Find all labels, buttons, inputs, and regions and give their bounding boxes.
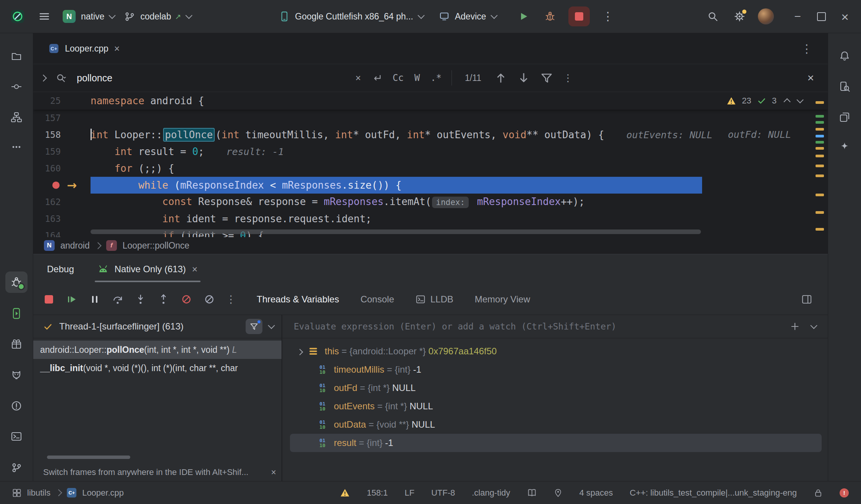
analysis-warning-icon[interactable] (340, 488, 350, 498)
project-selector[interactable]: N native (63, 10, 115, 23)
gutter[interactable]: 162 (33, 194, 91, 210)
running-devices-tool-button[interactable] (5, 303, 28, 324)
step-over-button[interactable] (111, 293, 124, 306)
gutter[interactable]: 164 (33, 227, 91, 237)
evaluate-bar[interactable]: Evaluate expression (Enter) or add a wat… (282, 315, 828, 338)
stripe-mark[interactable] (816, 101, 824, 104)
clang-tidy-widget[interactable]: .clang-tidy (472, 488, 510, 498)
notifications-tool-button[interactable] (833, 45, 856, 67)
status-module[interactable]: libutils C+ Looper.cpp (12, 488, 124, 498)
run-config-selector[interactable]: Adevice (439, 11, 497, 22)
stack-frame[interactable]: android::Looper::pollOnce(int, int *, in… (33, 341, 282, 359)
clear-search-icon[interactable]: × (355, 73, 361, 83)
vcs-branch-selector[interactable]: codelab ↗ (125, 11, 191, 22)
reader-mode-icon[interactable] (527, 488, 537, 498)
breakpoints-options-button[interactable] (203, 293, 216, 306)
terminal-tool-button[interactable] (5, 426, 28, 447)
resume-button[interactable] (65, 293, 78, 306)
caret-position[interactable]: 158:1 (367, 488, 388, 498)
maximize-button[interactable] (814, 10, 828, 23)
error-indicator-icon[interactable]: ! (840, 488, 849, 498)
stripe-mark[interactable] (816, 135, 824, 137)
breakpoint-icon[interactable] (52, 182, 60, 189)
thread-selector[interactable]: Thread-1-[surfaceflinger] (613) (33, 315, 282, 338)
variable-row[interactable]: 0110outEvents = {int *} NULL (290, 397, 822, 415)
code-line-161[interactable]: → while (mResponseIndex < mResponses.siz… (33, 177, 828, 194)
tab-console[interactable]: Console (361, 294, 394, 305)
debug-more-icon[interactable]: ⋮ (226, 294, 236, 305)
layout-inspector-tool-button[interactable] (833, 76, 856, 97)
structure-tool-button[interactable] (5, 107, 28, 128)
horizontal-scrollbar[interactable] (91, 229, 701, 234)
next-match-icon[interactable] (517, 71, 530, 84)
gutter[interactable]: 163 (33, 210, 91, 227)
code-line-162[interactable]: 162 const Response& response = mResponse… (33, 194, 828, 210)
debug-session-tab[interactable]: Native Only (613) × (98, 254, 197, 284)
tab-memory-view[interactable]: Memory View (475, 294, 530, 305)
code-line-159[interactable]: 159 int result = 0;result: -1 (33, 143, 828, 160)
stack-frame[interactable]: __libc_init(void *, void (*)(), int (*)(… (33, 359, 282, 377)
code-line-158[interactable]: 158int Looper::pollOnce(int timeoutMilli… (33, 126, 828, 143)
expand-chevron-icon[interactable] (295, 346, 308, 357)
stop-process-button[interactable] (42, 293, 55, 306)
tab-lldb[interactable]: LLDB (416, 294, 453, 305)
stripe-mark[interactable] (816, 141, 824, 144)
gutter[interactable]: → (33, 177, 91, 194)
stripe-mark[interactable] (816, 115, 824, 118)
code-line-160[interactable]: 160 for (;;) { (33, 160, 828, 177)
stripe-mark[interactable] (816, 174, 824, 177)
device-manager-tool-button[interactable] (5, 333, 28, 355)
variable-row[interactable]: this = {android::Looper *} 0x7967aa146f5… (290, 342, 822, 360)
variable-row[interactable]: 0110timeoutMillis = {int} -1 (290, 360, 822, 379)
more-tools-button[interactable] (5, 136, 28, 158)
search-field[interactable]: pollonce × Cc W .* (56, 73, 442, 84)
whole-words-toggle[interactable]: W (414, 73, 420, 83)
stripe-mark[interactable] (816, 165, 824, 167)
gemini-tool-button[interactable] (833, 136, 856, 158)
stripe-mark[interactable] (816, 155, 824, 157)
previous-match-icon[interactable] (494, 71, 507, 84)
prev-problem-icon[interactable] (783, 98, 790, 105)
tab-looper-cpp[interactable]: C+ Looper.cpp × (49, 33, 120, 64)
error-stripe[interactable] (814, 95, 825, 237)
evaluate-input[interactable]: Evaluate expression (Enter) or add a wat… (294, 321, 778, 331)
variable-row[interactable]: 0110result = {int} -1 (290, 434, 822, 452)
step-out-button[interactable] (157, 293, 170, 306)
logcat-tool-button[interactable] (5, 364, 28, 385)
layout-settings-button[interactable] (800, 293, 813, 306)
tab-close-icon[interactable]: × (114, 44, 120, 53)
stripe-mark[interactable] (816, 211, 824, 214)
version-control-tool-button[interactable] (5, 457, 28, 478)
close-button[interactable]: × (838, 10, 852, 23)
problems-tool-button[interactable] (5, 395, 28, 417)
stop-button[interactable] (568, 6, 590, 26)
breadcrumb-function[interactable]: Looper::pollOnce (123, 241, 189, 251)
debug-button[interactable] (542, 8, 558, 25)
main-menu-button[interactable] (36, 8, 53, 25)
gutter[interactable]: 158 (33, 126, 91, 143)
code-line-163[interactable]: 163 int ident = response.request.ident; (33, 210, 828, 227)
commit-tool-button[interactable] (5, 76, 28, 97)
pause-button[interactable] (88, 293, 101, 306)
breadcrumb-namespace[interactable]: android (60, 241, 90, 251)
step-into-button[interactable] (134, 293, 147, 306)
project-tool-button[interactable] (5, 45, 28, 67)
frame-filter-button[interactable] (246, 319, 262, 334)
stripe-mark[interactable] (816, 128, 824, 131)
mute-breakpoints-button[interactable] (180, 293, 193, 306)
indent-widget[interactable]: 4 spaces (579, 488, 613, 498)
code-line-157[interactable]: 157 (33, 110, 828, 126)
tab-options-icon[interactable]: ⋮ (801, 42, 812, 55)
gutter[interactable]: 157 (33, 110, 91, 126)
gutter[interactable]: 160 (33, 160, 91, 177)
session-close-icon[interactable]: × (192, 265, 197, 274)
search-everywhere-button[interactable] (704, 8, 721, 25)
next-problem-icon[interactable] (796, 96, 803, 103)
inlay-hints-icon[interactable] (554, 488, 563, 498)
line-separator[interactable]: LF (405, 488, 414, 498)
close-search-icon[interactable]: × (807, 71, 814, 84)
stripe-mark[interactable] (816, 194, 824, 196)
more-actions-button[interactable]: ⋮ (600, 8, 617, 25)
minimize-button[interactable]: − (791, 10, 804, 23)
profile-avatar[interactable] (758, 8, 774, 24)
